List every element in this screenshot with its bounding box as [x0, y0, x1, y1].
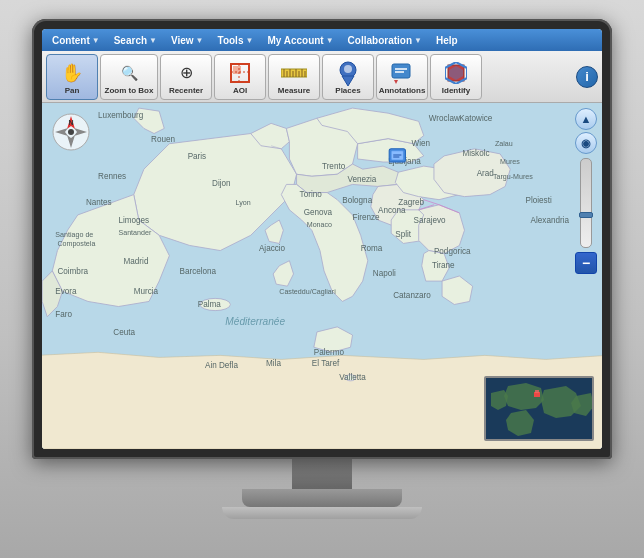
content-arrow-icon: ▼ — [92, 36, 100, 45]
svg-text:Ajaccio: Ajaccio — [259, 244, 286, 253]
svg-text:Arad: Arad — [477, 169, 494, 178]
svg-rect-4 — [281, 69, 307, 77]
info-button[interactable]: i — [576, 66, 598, 88]
svg-text:Rennes: Rennes — [98, 172, 126, 181]
screen: Content ▼ Search ▼ View ▼ Tools ▼ My Acc… — [42, 29, 602, 449]
svg-text:Bologna: Bologna — [342, 196, 372, 205]
svg-text:Ain Defla: Ain Defla — [205, 361, 238, 370]
menu-search[interactable]: Search ▼ — [108, 33, 163, 48]
tool-identify[interactable]: Identify — [430, 54, 482, 100]
svg-text:Sarajevo: Sarajevo — [414, 216, 447, 225]
svg-text:Ploiesti: Ploiesti — [526, 196, 552, 205]
svg-text:Zagreb: Zagreb — [398, 198, 424, 207]
svg-text:Limoges: Limoges — [118, 216, 149, 225]
aoi-icon — [226, 59, 254, 87]
svg-text:Coimbra: Coimbra — [57, 267, 88, 276]
svg-text:Wien: Wien — [412, 139, 431, 148]
svg-text:Lyon: Lyon — [236, 199, 251, 207]
minimap — [484, 376, 594, 441]
svg-text:Podgorica: Podgorica — [434, 247, 471, 256]
toolbar: ✋ Pan 🔍 Zoom to Box ⊕ Recenter — [42, 51, 602, 103]
tool-aoi[interactable]: AOI — [214, 54, 266, 100]
svg-text:Palermo: Palermo — [314, 348, 345, 357]
svg-text:Split: Split — [395, 230, 412, 239]
svg-marker-15 — [342, 76, 354, 86]
map-area[interactable]: Luxembourg Paris Rouen Rennes Nantes Lim… — [42, 103, 602, 449]
tool-zoom-to-box[interactable]: 🔍 Zoom to Box — [100, 54, 158, 100]
svg-text:Roma: Roma — [361, 244, 383, 253]
zoom-in-button[interactable]: ▲ — [575, 108, 597, 130]
svg-text:Targu-Mures: Targu-Mures — [493, 173, 533, 181]
collaboration-arrow-icon: ▼ — [414, 36, 422, 45]
monitor-neck — [292, 459, 352, 489]
monitor-wrapper: Content ▼ Search ▼ View ▼ Tools ▼ My Acc… — [32, 19, 612, 539]
tool-annotations[interactable]: Annotations — [376, 54, 428, 100]
svg-text:Casteddu/Cagliari: Casteddu/Cagliari — [279, 288, 336, 296]
tool-pan[interactable]: ✋ Pan — [46, 54, 98, 100]
recenter-icon: ⊕ — [172, 59, 200, 87]
menu-bar: Content ▼ Search ▼ View ▼ Tools ▼ My Acc… — [42, 29, 602, 51]
zoom-slider-thumb[interactable] — [579, 212, 593, 218]
svg-text:Tirane: Tirane — [432, 261, 455, 270]
svg-text:Torino: Torino — [300, 190, 323, 199]
zoom-to-box-icon: 🔍 — [115, 59, 143, 87]
monitor-base — [242, 489, 402, 507]
monitor-foot — [222, 507, 422, 519]
zoom-slider-track[interactable] — [580, 158, 592, 248]
svg-text:Wroclaw: Wroclaw — [429, 114, 460, 123]
svg-text:Valletta: Valletta — [339, 373, 366, 382]
tool-measure[interactable]: Measure — [268, 54, 320, 100]
right-nav: ▲ ◉ − — [575, 108, 597, 274]
menu-tools[interactable]: Tools ▼ — [212, 33, 260, 48]
svg-text:Dijon: Dijon — [212, 179, 231, 188]
svg-text:Barcelona: Barcelona — [180, 267, 217, 276]
measure-icon — [280, 59, 308, 87]
svg-text:N: N — [68, 119, 73, 126]
zoom-out-large-button[interactable]: ◉ — [575, 132, 597, 154]
svg-text:Mures: Mures — [500, 158, 520, 166]
svg-text:Mila: Mila — [266, 359, 281, 368]
places-icon — [334, 59, 362, 87]
svg-text:Madrid: Madrid — [124, 257, 149, 266]
svg-rect-93 — [535, 390, 539, 393]
svg-text:Palma: Palma — [198, 300, 222, 309]
svg-text:Compostela: Compostela — [57, 240, 95, 248]
menu-view[interactable]: View ▼ — [165, 33, 210, 48]
compass-rose[interactable]: N — [50, 111, 92, 153]
svg-rect-16 — [392, 64, 410, 78]
svg-point-14 — [344, 65, 352, 73]
svg-text:Firenze: Firenze — [353, 213, 381, 222]
svg-text:El Taref: El Taref — [312, 359, 340, 368]
identify-icon — [442, 59, 470, 87]
svg-text:Alexandria: Alexandria — [531, 216, 570, 225]
svg-marker-19 — [394, 80, 398, 84]
tool-recenter[interactable]: ⊕ Recenter — [160, 54, 212, 100]
svg-text:Zalau: Zalau — [495, 140, 513, 148]
svg-text:Santander: Santander — [118, 229, 151, 237]
menu-content[interactable]: Content ▼ — [46, 33, 106, 48]
svg-text:Napoli: Napoli — [373, 269, 396, 278]
menu-my-account[interactable]: My Account ▼ — [261, 33, 339, 48]
svg-text:Nantes: Nantes — [86, 198, 112, 207]
menu-collaboration[interactable]: Collaboration ▼ — [342, 33, 428, 48]
svg-text:Miskolc: Miskolc — [462, 149, 489, 158]
svg-text:Venezia: Venezia — [347, 175, 376, 184]
svg-text:Katowice: Katowice — [459, 114, 492, 123]
account-arrow-icon: ▼ — [326, 36, 334, 45]
pan-icon: ✋ — [58, 59, 86, 87]
tools-arrow-icon: ▼ — [245, 36, 253, 45]
svg-text:Paris: Paris — [188, 152, 207, 161]
svg-text:Trento: Trento — [322, 162, 346, 171]
svg-text:Ancona: Ancona — [378, 206, 406, 215]
monitor-body: Content ▼ Search ▼ View ▼ Tools ▼ My Acc… — [32, 19, 612, 459]
svg-text:Santiago de: Santiago de — [55, 231, 93, 239]
map-background: Luxembourg Paris Rouen Rennes Nantes Lim… — [42, 103, 602, 449]
svg-text:Rouen: Rouen — [151, 135, 175, 144]
svg-text:Catanzaro: Catanzaro — [393, 291, 431, 300]
menu-help[interactable]: Help — [430, 33, 464, 48]
svg-text:Ceuta: Ceuta — [113, 328, 135, 337]
tool-places[interactable]: Places — [322, 54, 374, 100]
zoom-minus-button[interactable]: − — [575, 252, 597, 274]
svg-point-89 — [68, 129, 74, 135]
svg-rect-1 — [233, 66, 241, 74]
